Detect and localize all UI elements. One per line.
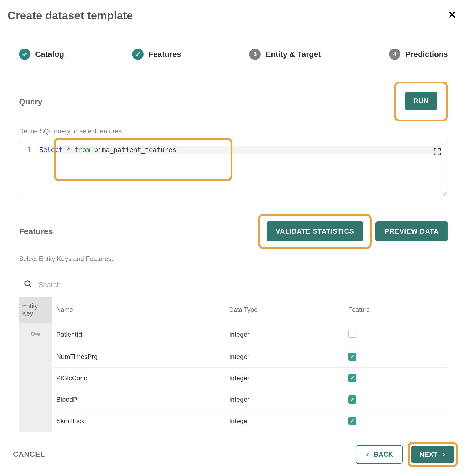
feature-checkbox[interactable] [348, 330, 356, 338]
line-number: 1 [19, 146, 36, 154]
pencil-icon [132, 49, 144, 60]
back-button[interactable]: BACK [356, 445, 403, 464]
svg-point-0 [25, 281, 30, 286]
cell-name: BloodP [53, 389, 226, 410]
dialog-body: Catalog Features 3 Entity & Target 4 Pre… [0, 34, 467, 433]
step-divider [188, 54, 242, 54]
back-label: BACK [374, 451, 393, 458]
query-title-block: Query [19, 97, 43, 106]
stepper: Catalog Features 3 Entity & Target 4 Pre… [19, 49, 448, 60]
cell-datatype: Integer [226, 389, 345, 410]
cell-name: PatientId [53, 323, 226, 346]
step-number: 3 [249, 49, 261, 60]
step-entity-target[interactable]: 3 Entity & Target [249, 49, 321, 60]
table-row: NumTimesPrg Integer [19, 346, 448, 368]
step-label: Features [148, 50, 181, 59]
dialog-footer: CANCEL BACK NEXT [0, 433, 467, 476]
close-button[interactable] [446, 8, 458, 23]
dialog-header: Create dataset template [0, 0, 467, 34]
sql-line[interactable]: Select * from pima_patient_features [36, 146, 448, 154]
highlight-run: RUN [394, 82, 448, 121]
cell-datatype: Integer [226, 410, 345, 432]
column-feature[interactable]: Feature [345, 297, 448, 323]
next-button[interactable]: NEXT [411, 446, 454, 463]
next-label: NEXT [419, 451, 437, 458]
preview-data-button[interactable]: PREVIEW DATA [375, 221, 448, 241]
feature-checkbox[interactable] [348, 417, 356, 425]
key-icon [30, 330, 41, 339]
table-row: SkinThick Integer [19, 410, 448, 432]
feature-checkbox[interactable] [348, 374, 356, 382]
sql-editor[interactable]: 1 Select * from pima_patient_features [19, 143, 448, 197]
step-features[interactable]: Features [132, 49, 181, 60]
run-button[interactable]: RUN [405, 92, 437, 110]
cell-datatype: Integer [226, 346, 345, 368]
sql-table-name: pima_patient_features [94, 146, 176, 154]
cell-name: NumTimesPrg [53, 346, 226, 368]
step-label: Predictions [405, 50, 448, 59]
features-title: Features [19, 227, 53, 236]
cancel-button[interactable]: CANCEL [13, 450, 45, 459]
chevron-left-icon [365, 451, 370, 458]
resize-handle-icon[interactable] [442, 191, 447, 196]
step-number: 4 [389, 49, 400, 60]
step-label: Catalog [35, 50, 64, 59]
table-row: PatientId Integer [19, 323, 448, 346]
highlight-next: NEXT [408, 442, 458, 467]
table-row: PlGlcConc Integer [19, 368, 448, 389]
feature-checkbox[interactable] [348, 353, 356, 361]
search-input[interactable] [38, 281, 443, 289]
svg-point-2 [32, 333, 34, 335]
step-predictions[interactable]: 4 Predictions [389, 49, 448, 60]
query-title: Query [19, 97, 43, 106]
svg-rect-4 [38, 333, 40, 336]
features-buttons: VALIDATE STATISTICS PREVIEW DATA [258, 214, 448, 249]
sql-keyword-from: from [74, 146, 90, 154]
query-subtitle: Define SQL query to select features. [19, 127, 448, 135]
cell-datatype: Integer [226, 323, 345, 346]
step-divider [328, 54, 382, 54]
validate-statistics-button[interactable]: VALIDATE STATISTICS [267, 221, 363, 241]
features-subtitle: Select Entity Keys and Features. [19, 255, 448, 263]
step-label: Entity & Target [265, 50, 321, 59]
sql-star: * [67, 146, 70, 154]
sql-keyword-select: Select [39, 146, 63, 154]
cell-datatype: Integer [226, 368, 345, 389]
features-header-row: Features VALIDATE STATISTICS PREVIEW DAT… [19, 214, 448, 249]
column-entity-key[interactable]: Entity Key [19, 297, 53, 323]
query-header-row: Query RUN [19, 82, 448, 121]
dialog-title: Create dataset template [8, 9, 133, 22]
check-icon [19, 49, 30, 60]
highlight-validate: VALIDATE STATISTICS [258, 214, 372, 249]
entity-key-cell[interactable] [19, 389, 53, 410]
fullscreen-icon[interactable] [433, 148, 441, 157]
entity-key-cell[interactable] [19, 368, 53, 389]
search-icon [24, 280, 33, 290]
entity-key-cell[interactable] [19, 346, 53, 368]
chevron-right-icon [441, 451, 446, 458]
close-icon [448, 11, 456, 19]
entity-key-cell[interactable] [19, 323, 53, 346]
step-catalog[interactable]: Catalog [19, 49, 64, 60]
feature-checkbox[interactable] [348, 395, 356, 404]
table-header-row: Entity Key Name Data Type Feature [19, 297, 448, 323]
cell-name: PlGlcConc [53, 368, 226, 389]
step-divider [71, 54, 125, 54]
table-row: BloodP Integer [19, 389, 448, 410]
features-table: Entity Key Name Data Type Feature Patien… [19, 297, 448, 433]
entity-key-cell[interactable] [19, 410, 53, 432]
dialog-create-dataset-template: Create dataset template Catalog Features [0, 0, 467, 476]
search-row [19, 272, 448, 297]
column-name[interactable]: Name [53, 297, 226, 323]
cell-name: SkinThick [53, 410, 226, 432]
footer-right: BACK NEXT [356, 442, 458, 467]
column-data-type[interactable]: Data Type [226, 297, 345, 323]
